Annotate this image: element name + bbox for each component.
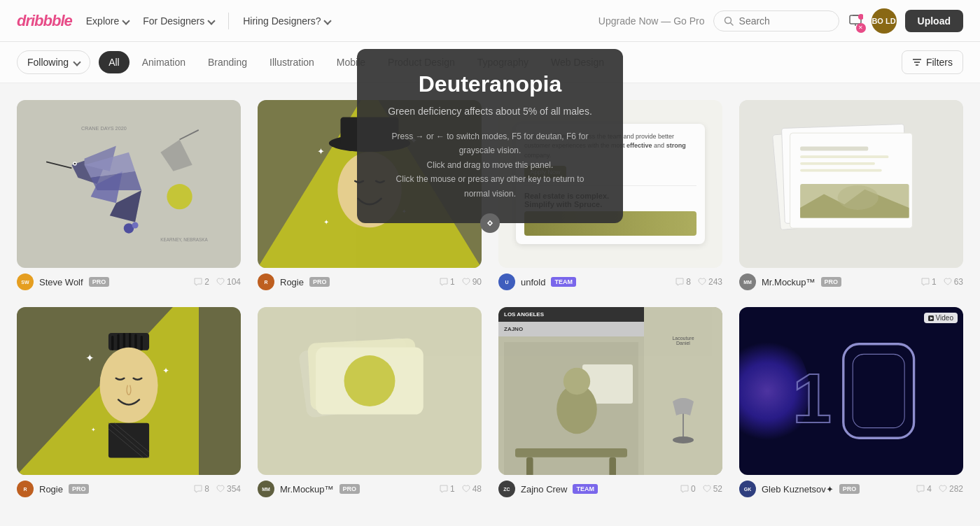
shot-stats: 1 63 <box>921 277 963 287</box>
shot-card[interactable]: ✦ ✦ ✦ R Rogie PRO 8 354 <box>17 307 241 497</box>
shot-card[interactable]: CRANE DAYS 2020 KEARNEY, NEBRASKA SW Ste… <box>17 100 241 290</box>
filters-button[interactable]: Filters <box>902 50 963 74</box>
tab-branding[interactable]: Branding <box>198 51 257 73</box>
shot-thumbnail: LOS ANGELES ZAJNO <box>498 307 722 475</box>
deuteranopia-panel[interactable]: Deuteranopia Green deficiency affects ab… <box>357 49 623 223</box>
navbar: dribbble Explore For Designers Hiring De… <box>0 0 980 42</box>
shot-thumbnail: CRANE DAYS 2020 KEARNEY, NEBRASKA <box>17 100 241 268</box>
nav-explore[interactable]: Explore <box>86 15 129 27</box>
author-avatar: MM <box>258 481 274 497</box>
svg-rect-37 <box>800 169 882 172</box>
svg-line-15 <box>46 162 71 168</box>
following-label: Following <box>27 57 69 68</box>
svg-text:✦: ✦ <box>317 146 325 157</box>
panel-title: Deuteranopia <box>385 71 595 97</box>
shot-meta: MM Mr.Mockup™ PRO 1 48 <box>258 481 482 497</box>
notifications-button[interactable]: ✕ <box>848 12 863 30</box>
svg-rect-63 <box>515 448 627 457</box>
author-avatar: ZC <box>498 481 515 497</box>
author-name: unfold <box>521 277 545 287</box>
shot-thumbnail: 1 Video <box>739 307 963 475</box>
svg-text:1: 1 <box>792 359 832 437</box>
svg-point-62 <box>564 368 590 395</box>
author-name: Mr.Mockup™ <box>280 484 334 495</box>
svg-rect-64 <box>526 457 533 475</box>
shot-meta: R Rogie PRO 8 354 <box>17 481 241 497</box>
svg-rect-65 <box>609 457 616 475</box>
shot-meta: GK Gleb Kuznetsov✦ PRO 4 282 <box>739 481 963 497</box>
following-dropdown[interactable]: Following <box>17 50 90 74</box>
comment-count: 1 <box>921 277 937 287</box>
shot-author: R Rogie PRO <box>258 273 330 290</box>
author-avatar: U <box>498 273 515 290</box>
comment-count: 0 <box>680 484 696 494</box>
upload-button[interactable]: Upload <box>905 10 963 32</box>
author-badge: PRO <box>340 484 360 494</box>
svg-line-18 <box>180 130 199 140</box>
chevron-icon <box>122 17 130 24</box>
avatar[interactable]: BO LD <box>872 8 897 34</box>
svg-text:✦: ✦ <box>323 218 329 226</box>
chevron-icon <box>324 17 332 24</box>
like-count: 104 <box>216 277 241 287</box>
svg-point-17 <box>74 163 76 165</box>
author-name: Steve Wolf <box>39 277 83 287</box>
upgrade-link[interactable]: Upgrade Now — Go Pro <box>598 15 705 27</box>
nav-right: Upgrade Now — Go Pro ✕ BO LD Upload <box>598 8 963 34</box>
shot-author: GK Gleb Kuznetsov✦ PRO <box>739 481 860 497</box>
shot-author: SW Steve Wolf PRO <box>17 273 109 290</box>
like-count: 354 <box>216 484 241 494</box>
nav-hiring[interactable]: Hiring Designers? <box>243 15 330 27</box>
shot-stats: 1 90 <box>440 277 482 287</box>
shot-card[interactable]: MM Mr.Mockup™ PRO 1 48 <box>258 307 482 497</box>
svg-rect-34 <box>800 147 868 151</box>
shot-card[interactable]: 1 Video GK Gleb Kuznetsov✦ PRO 4 282 <box>739 307 963 497</box>
svg-rect-70 <box>853 354 904 427</box>
search-icon <box>724 16 734 26</box>
drag-handle[interactable] <box>480 213 500 233</box>
author-badge: PRO <box>89 277 110 287</box>
nav-divider <box>228 13 229 29</box>
filters-label: Filters <box>926 57 953 68</box>
shot-meta: SW Steve Wolf PRO 2 104 <box>17 273 241 290</box>
shot-stats: 8 354 <box>194 484 241 494</box>
shot-meta: MM Mr.Mockup™ PRO 1 63 <box>739 273 963 290</box>
chevron-icon <box>208 17 216 24</box>
like-count: 282 <box>939 484 963 494</box>
shot-stats: 8 243 <box>676 277 722 287</box>
tab-animation[interactable]: Animation <box>132 51 195 73</box>
author-name: Zajno Crew <box>521 484 567 495</box>
svg-text:✦: ✦ <box>85 352 94 364</box>
shot-card[interactable]: MM Mr.Mockup™ PRO 1 63 <box>739 100 963 290</box>
nav-left: dribbble Explore For Designers Hiring De… <box>17 12 330 30</box>
shot-card[interactable]: LOS ANGELES ZAJNO <box>498 307 722 497</box>
tab-all[interactable]: All <box>99 51 130 73</box>
notif-badge: ✕ <box>856 23 866 33</box>
nav-for-designers[interactable]: For Designers <box>143 15 214 27</box>
comment-count: 4 <box>916 484 932 494</box>
search-input[interactable] <box>739 15 829 27</box>
author-name: Rogie <box>39 484 63 495</box>
comment-count: 1 <box>440 484 455 494</box>
author-avatar: SW <box>17 273 34 290</box>
like-count: 90 <box>462 277 482 287</box>
panel-subtitle: Green deficiency affects about 5% of all… <box>385 106 595 117</box>
logo[interactable]: dribbble <box>17 12 72 30</box>
like-count: 48 <box>462 484 482 494</box>
author-avatar: MM <box>739 273 756 290</box>
author-badge: PRO <box>69 484 90 494</box>
svg-point-58 <box>344 355 396 406</box>
panel-instructions: Press → or ← to switch modes, F5 for deu… <box>385 129 595 201</box>
shot-meta: U unfold TEAM 8 243 <box>498 273 722 290</box>
svg-rect-46 <box>141 336 143 350</box>
shot-meta: ZC Zajno Crew TEAM 0 52 <box>498 481 722 497</box>
comment-count: 8 <box>194 484 209 494</box>
search-bar[interactable] <box>713 10 839 31</box>
svg-rect-42 <box>117 334 119 350</box>
svg-line-1 <box>730 22 733 25</box>
shot-thumbnail <box>739 100 963 268</box>
author-badge: PRO <box>821 277 842 287</box>
author-avatar: GK <box>739 481 756 497</box>
tab-illustration[interactable]: Illustration <box>260 51 324 73</box>
shot-stats: 2 104 <box>194 277 241 287</box>
